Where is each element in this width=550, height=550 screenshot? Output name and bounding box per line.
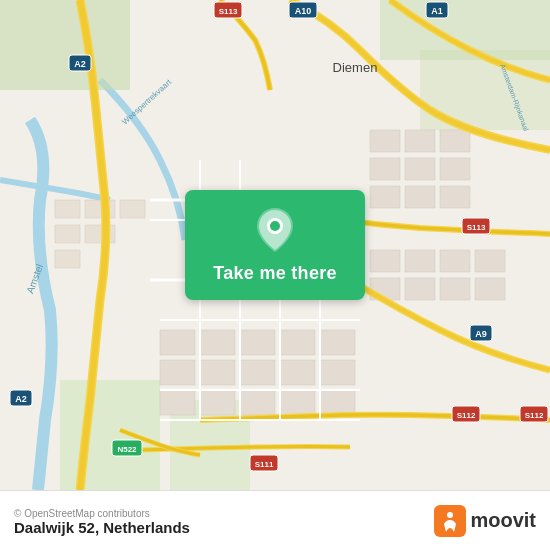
svg-rect-23 [200,390,235,415]
svg-rect-42 [440,278,470,300]
svg-rect-36 [370,250,400,272]
svg-rect-37 [405,250,435,272]
svg-text:Diemen: Diemen [333,60,378,75]
svg-rect-11 [120,200,145,218]
svg-rect-32 [440,158,470,180]
location-pin-icon [257,208,293,255]
svg-rect-24 [240,390,275,415]
svg-rect-38 [440,250,470,272]
svg-rect-34 [405,186,435,208]
svg-text:S112: S112 [525,411,544,420]
take-me-there-button[interactable]: Take me there [185,190,365,300]
copyright-text: © OpenStreetMap contributors [14,508,190,519]
svg-rect-26 [320,390,355,415]
svg-text:S113: S113 [219,7,238,16]
svg-rect-7 [55,225,80,243]
svg-rect-18 [280,330,315,355]
svg-rect-29 [370,158,400,180]
svg-rect-8 [55,250,80,268]
svg-rect-19 [280,360,315,385]
svg-rect-12 [160,330,195,355]
svg-rect-30 [405,158,435,180]
svg-text:S112: S112 [457,411,476,420]
svg-rect-17 [240,360,275,385]
address-text: Daalwijk 52, Netherlands [14,519,190,536]
svg-text:A9: A9 [475,329,487,339]
svg-rect-16 [200,360,235,385]
svg-rect-33 [370,186,400,208]
svg-rect-25 [280,390,315,415]
svg-text:N522: N522 [117,445,137,454]
svg-rect-41 [405,278,435,300]
svg-rect-22 [160,390,195,415]
svg-rect-35 [440,186,470,208]
svg-rect-4 [60,380,160,490]
svg-rect-6 [55,200,80,218]
take-me-there-label: Take me there [213,263,337,284]
moovit-logo: moovit [434,505,536,537]
svg-text:A10: A10 [295,6,312,16]
footer: © OpenStreetMap contributors Daalwijk 52… [0,490,550,550]
svg-text:A1: A1 [431,6,443,16]
svg-rect-39 [475,250,505,272]
svg-text:A2: A2 [74,59,86,69]
svg-rect-14 [240,330,275,355]
svg-rect-20 [320,330,355,355]
svg-text:S113: S113 [467,223,486,232]
svg-point-81 [270,221,280,231]
svg-rect-10 [85,225,115,243]
footer-left: © OpenStreetMap contributors Daalwijk 52… [14,506,190,536]
svg-rect-13 [200,330,235,355]
moovit-text: moovit [470,509,536,532]
svg-text:S111: S111 [255,460,274,469]
svg-rect-31 [440,130,470,152]
svg-rect-15 [160,360,195,385]
svg-point-82 [447,512,453,518]
svg-text:A2: A2 [15,394,27,404]
map-container: A10 A1 A2 A2 A9 S113 S113 S112 S112 S111… [0,0,550,490]
moovit-icon [434,505,466,537]
svg-rect-9 [85,200,115,218]
svg-rect-1 [0,0,130,90]
svg-rect-21 [320,360,355,385]
svg-rect-28 [405,130,435,152]
svg-rect-43 [475,278,505,300]
svg-rect-27 [370,130,400,152]
